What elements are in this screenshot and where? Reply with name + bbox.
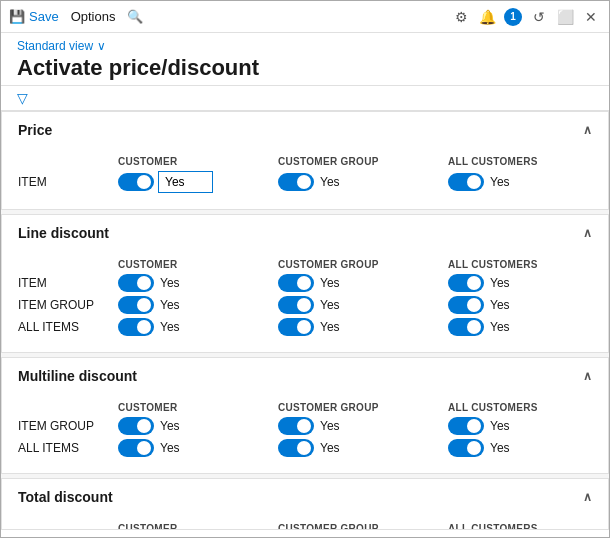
ld-item-cg-toggle[interactable]	[278, 274, 314, 292]
ld-item-customer: Yes	[118, 274, 278, 292]
chevron-up-icon-line: ∧	[583, 226, 592, 240]
ml-ai-ac: Yes	[448, 439, 608, 457]
ml-ig-customer: Yes	[118, 417, 278, 435]
view-selector[interactable]: Standard view ∨	[17, 39, 593, 53]
ld-row-item: ITEM Yes Yes Yes	[18, 274, 592, 292]
col-all-customers-ml: ALL CUSTOMERS	[448, 402, 608, 413]
col-all-customers-price: ALL CUSTOMERS	[448, 156, 608, 167]
main-content: Price ∧ CUSTOMER CUSTOMER GROUP ALL CUST…	[1, 111, 609, 529]
line-discount-grid-header: CUSTOMER CUSTOMER GROUP ALL CUSTOMERS	[18, 259, 592, 270]
restore-icon[interactable]: ⬜	[555, 7, 575, 27]
ml-ig-customer-toggle[interactable]	[118, 417, 154, 435]
section-price-label: Price	[18, 122, 52, 138]
price-row-item-label: ITEM	[18, 175, 118, 189]
search-button[interactable]: 🔍	[127, 9, 143, 24]
ld-row-all-items-label: ALL ITEMS	[18, 320, 118, 334]
ld-ig-customer: Yes	[118, 296, 278, 314]
ml-ai-customer: Yes	[118, 439, 278, 457]
refresh-icon[interactable]: ↺	[529, 7, 549, 27]
price-item-customer-group-toggle[interactable]	[278, 173, 314, 191]
section-multiline-discount-label: Multiline discount	[18, 368, 137, 384]
ld-item-ac: Yes	[448, 274, 608, 292]
price-item-all-customers-label: Yes	[490, 175, 510, 189]
section-multiline-discount-header[interactable]: Multiline discount ∧	[2, 358, 608, 394]
filter-icon[interactable]: ▽	[17, 90, 28, 106]
ld-row-item-label: ITEM	[18, 276, 118, 290]
subheader: Standard view ∨ Activate price/discount	[1, 33, 609, 86]
page-title: Activate price/discount	[17, 55, 593, 81]
ml-row-item-group: ITEM GROUP Yes Yes Yes	[18, 417, 592, 435]
section-total-discount-body: CUSTOMER CUSTOMER GROUP ALL CUSTOMERS AL…	[2, 515, 608, 529]
save-icon: 💾	[9, 9, 25, 24]
col-all-customers-ld: ALL CUSTOMERS	[448, 259, 608, 270]
ld-item-customer-toggle[interactable]	[118, 274, 154, 292]
options-menu[interactable]: Options	[71, 9, 116, 24]
section-line-discount-label: Line discount	[18, 225, 109, 241]
col-customer-group-td: CUSTOMER GROUP	[278, 523, 448, 529]
col-customer-group-ld: CUSTOMER GROUP	[278, 259, 448, 270]
chevron-down-icon: ∨	[97, 39, 106, 53]
title-bar-right: ⚙ 🔔 1 ↺ ⬜ ✕	[451, 7, 601, 27]
ml-ai-customer-toggle[interactable]	[118, 439, 154, 457]
ml-ig-ac: Yes	[448, 417, 608, 435]
ld-row-item-group-label: ITEM GROUP	[18, 298, 118, 312]
ld-ai-cg-toggle[interactable]	[278, 318, 314, 336]
section-total-discount: Total discount ∧ CUSTOMER CUSTOMER GROUP…	[1, 478, 609, 529]
col-all-customers-td: ALL CUSTOMERS	[448, 523, 608, 529]
chevron-up-icon: ∧	[583, 123, 592, 137]
notification-count: 1	[504, 8, 522, 26]
title-bar: 💾 Save Options 🔍 ⚙ 🔔 1 ↺ ⬜ ✕	[1, 1, 609, 33]
price-item-customer-input[interactable]	[158, 171, 213, 193]
col-customer-group-ml: CUSTOMER GROUP	[278, 402, 448, 413]
ld-ai-customer: Yes	[118, 318, 278, 336]
section-multiline-discount-body: CUSTOMER CUSTOMER GROUP ALL CUSTOMERS IT…	[2, 394, 608, 473]
price-item-customer-group-label: Yes	[320, 175, 340, 189]
view-label: Standard view	[17, 39, 93, 53]
total-discount-grid: CUSTOMER CUSTOMER GROUP ALL CUSTOMERS AL…	[18, 523, 592, 529]
settings-icon[interactable]: ⚙	[451, 7, 471, 27]
ml-row-all-items-label: ALL ITEMS	[18, 441, 118, 455]
ml-grid-header: CUSTOMER CUSTOMER GROUP ALL CUSTOMERS	[18, 402, 592, 413]
ml-ig-ac-toggle[interactable]	[448, 417, 484, 435]
price-item-customer-cell	[118, 171, 278, 193]
ml-ai-cg: Yes	[278, 439, 448, 457]
ld-item-ac-toggle[interactable]	[448, 274, 484, 292]
ld-ig-cg-toggle[interactable]	[278, 296, 314, 314]
ld-ig-ac: Yes	[448, 296, 608, 314]
ld-ai-customer-toggle[interactable]	[118, 318, 154, 336]
ld-ig-customer-toggle[interactable]	[118, 296, 154, 314]
save-button[interactable]: 💾 Save	[9, 9, 59, 24]
ld-ig-cg: Yes	[278, 296, 448, 314]
ml-ai-ac-toggle[interactable]	[448, 439, 484, 457]
close-icon[interactable]: ✕	[581, 7, 601, 27]
section-line-discount: Line discount ∧ CUSTOMER CUSTOMER GROUP …	[1, 214, 609, 353]
ld-ai-ac-toggle[interactable]	[448, 318, 484, 336]
section-total-discount-header[interactable]: Total discount ∧	[2, 479, 608, 515]
ml-row-item-group-label: ITEM GROUP	[18, 419, 118, 433]
section-line-discount-body: CUSTOMER CUSTOMER GROUP ALL CUSTOMERS IT…	[2, 251, 608, 352]
section-multiline-discount: Multiline discount ∧ CUSTOMER CUSTOMER G…	[1, 357, 609, 474]
notification-badge[interactable]: 1	[503, 7, 523, 27]
price-item-customer-toggle[interactable]	[118, 173, 154, 191]
ld-ig-ac-toggle[interactable]	[448, 296, 484, 314]
ld-item-cg: Yes	[278, 274, 448, 292]
ml-ig-cg: Yes	[278, 417, 448, 435]
col-customer-ml: CUSTOMER	[118, 402, 278, 413]
price-grid-header: CUSTOMER CUSTOMER GROUP ALL CUSTOMERS	[18, 156, 592, 167]
price-item-all-customers-toggle[interactable]	[448, 173, 484, 191]
price-grid: CUSTOMER CUSTOMER GROUP ALL CUSTOMERS IT…	[18, 156, 592, 193]
col-customer-group-price: CUSTOMER GROUP	[278, 156, 448, 167]
bell-icon[interactable]: 🔔	[477, 7, 497, 27]
col-customer-price: CUSTOMER	[118, 156, 278, 167]
chevron-up-icon-td: ∧	[583, 490, 592, 504]
col-empty	[18, 156, 118, 167]
filter-bar: ▽	[1, 86, 609, 111]
multiline-discount-grid: CUSTOMER CUSTOMER GROUP ALL CUSTOMERS IT…	[18, 402, 592, 457]
ld-row-item-group: ITEM GROUP Yes Yes Yes	[18, 296, 592, 314]
section-price-header[interactable]: Price ∧	[2, 112, 608, 148]
save-label: Save	[29, 9, 59, 24]
ml-ai-cg-toggle[interactable]	[278, 439, 314, 457]
ml-ig-cg-toggle[interactable]	[278, 417, 314, 435]
col-customer-td: CUSTOMER	[118, 523, 278, 529]
section-line-discount-header[interactable]: Line discount ∧	[2, 215, 608, 251]
